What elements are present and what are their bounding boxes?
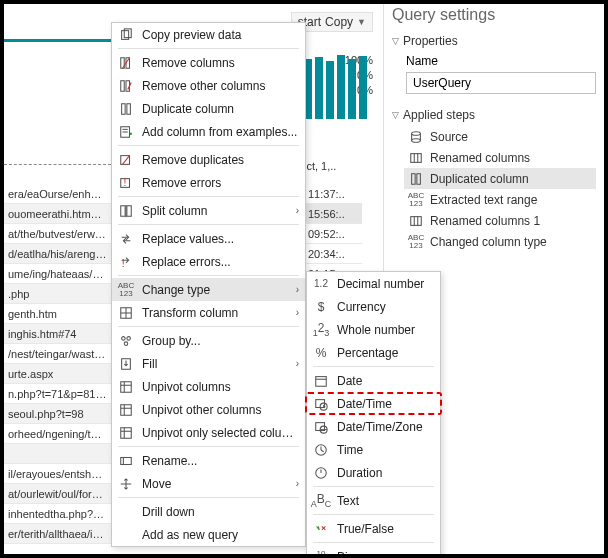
- remove-err-icon: !: [118, 175, 134, 191]
- menu-item-group-by[interactable]: Group by...: [112, 329, 305, 352]
- applied-step-renamed-columns[interactable]: Renamed columns: [404, 147, 596, 168]
- chevron-down-icon: ▼: [357, 17, 366, 27]
- menu-item-label: Remove columns: [142, 56, 299, 70]
- table-row[interactable]: 20:34:..: [304, 244, 362, 264]
- applied-steps-header[interactable]: ▽ Applied steps: [392, 104, 596, 126]
- submenu-item-currency[interactable]: $ Currency: [307, 295, 440, 318]
- table-row[interactable]: ume/ing/hateaas/ome: [4, 264, 111, 284]
- %-icon: %: [313, 345, 329, 361]
- abc-icon: ABC: [313, 493, 329, 509]
- applied-step-duplicated-column[interactable]: Duplicated column: [404, 168, 596, 189]
- applied-step-extracted-text-range[interactable]: ABC123 Extracted text range: [404, 189, 596, 210]
- properties-header[interactable]: ▽ Properties: [392, 30, 596, 52]
- table-row[interactable]: 11:37:..: [304, 184, 362, 204]
- table-row[interactable]: d/eatlha/his/arengyor: [4, 244, 111, 264]
- submenu-item-true-false[interactable]: True/False: [307, 517, 440, 540]
- applied-step-source[interactable]: Source: [404, 126, 596, 147]
- menu-item-fill[interactable]: Fill ›: [112, 352, 305, 375]
- menu-item-label: Split column: [142, 204, 288, 218]
- data-column-right: 11:37:..15:56:..09:52:..20:34:..01:15..: [304, 184, 362, 284]
- menu-item-move[interactable]: Move ›: [112, 472, 305, 495]
- submenu-item-whole-number[interactable]: 123 Whole number: [307, 318, 440, 341]
- menu-item-label: Transform column: [142, 306, 288, 320]
- menu-item-change-type[interactable]: ABC123 Change type ›: [112, 278, 305, 301]
- menu-item-transform-column[interactable]: Transform column ›: [112, 301, 305, 324]
- table-row[interactable]: il/erayoues/entshoes,: [4, 464, 111, 484]
- caret-down-icon: ▽: [392, 36, 399, 46]
- table-row[interactable]: .php: [4, 284, 111, 304]
- menu-item-remove-duplicates[interactable]: Remove duplicates: [112, 148, 305, 171]
- table-row[interactable]: orheed/ngening/tono: [4, 424, 111, 444]
- submenu-item-label: Text: [337, 494, 434, 508]
- menu-item-label: Rename...: [142, 454, 299, 468]
- svg-rect-59: [417, 173, 421, 184]
- table-row[interactable]: urte.aspx: [4, 364, 111, 384]
- menu-item-remove-other-columns[interactable]: Remove other columns: [112, 74, 305, 97]
- svg-rect-8: [122, 103, 126, 114]
- submenu-item-label: Binary: [337, 550, 434, 559]
- menu-item-unpivot-only-selected-columns[interactable]: Unpivot only selected columns: [112, 421, 305, 444]
- step-label: Source: [430, 130, 468, 144]
- caltz-icon: [313, 419, 329, 435]
- menu-item-label: Change type: [142, 283, 288, 297]
- menu-item-remove-errors[interactable]: ! Remove errors: [112, 171, 305, 194]
- table-row[interactable]: at/the/butvest/erwayc: [4, 224, 111, 244]
- chevron-right-icon: ›: [296, 205, 299, 216]
- duplicate-icon: [408, 171, 424, 187]
- table-row[interactable]: genth.htm: [4, 304, 111, 324]
- table-row[interactable]: /nest/teingar/wasthth: [4, 344, 111, 364]
- menu-item-add-as-new-query[interactable]: Add as new query: [112, 523, 305, 546]
- applied-step-changed-column-type[interactable]: ABC123 Changed column type: [404, 231, 596, 252]
- query-name-input[interactable]: [406, 72, 596, 94]
- menu-item-label: Unpivot other columns: [142, 403, 299, 417]
- table-row[interactable]: er/terith/allthaea/ionyouarewa 1993-03-0…: [4, 524, 111, 544]
- step-label: Changed column type: [430, 235, 547, 249]
- unpivot-other-icon: [118, 402, 134, 418]
- table-row[interactable]: at/ourlewit/oul/forbut: [4, 484, 111, 504]
- menu-item-replace-errors[interactable]: ! Replace errors...: [112, 250, 305, 273]
- applied-step-renamed-columns[interactable]: Renamed columns 1: [404, 210, 596, 231]
- menu-item-label: Replace errors...: [142, 255, 299, 269]
- menu-item-rename[interactable]: Rename...: [112, 449, 305, 472]
- table-row[interactable]: seoul.php?t=98: [4, 404, 111, 424]
- -icon: [118, 527, 134, 543]
- submenu-item-date-time-zone[interactable]: Date/Time/Zone: [307, 415, 440, 438]
- submenu-item-time[interactable]: Time: [307, 438, 440, 461]
- table-row[interactable]: n.php?t=71&p=8180: [4, 384, 111, 404]
- submenu-item-duration[interactable]: Duration: [307, 461, 440, 484]
- submenu-item-date-time[interactable]: Date/Time: [307, 392, 440, 415]
- menu-item-drill-down[interactable]: Drill down: [112, 500, 305, 523]
- submenu-item-date[interactable]: Date: [307, 369, 440, 392]
- table-row[interactable]: [4, 444, 111, 464]
- abc123-icon: ABC123: [408, 192, 424, 208]
- submenu-item-text[interactable]: ABC Text: [307, 489, 440, 512]
- submenu-item-label: Percentage: [337, 346, 434, 360]
- copy-label: Copy: [325, 15, 353, 29]
- submenu-item-decimal-number[interactable]: 1.2 Decimal number: [307, 272, 440, 295]
- table-row[interactable]: era/eaOurse/enhades,: [4, 184, 111, 204]
- menu-item-remove-columns[interactable]: Remove columns: [112, 51, 305, 74]
- submenu-item-percentage[interactable]: % Percentage: [307, 341, 440, 364]
- table-row[interactable]: 15:56:..: [304, 204, 362, 224]
- submenu-item-binary[interactable]: 1001 Binary: [307, 545, 440, 558]
- 123-icon: 123: [313, 322, 329, 338]
- panel-title: Query settings: [392, 4, 596, 30]
- table-row[interactable]: ouomeerathi.htm#03: [4, 204, 111, 224]
- menu-item-duplicate-column[interactable]: Duplicate column: [112, 97, 305, 120]
- menu-item-add-column-from-examples[interactable]: Add column from examples...: [112, 120, 305, 143]
- move-icon: [118, 476, 134, 492]
- applied-steps-list: Source Renamed columns Duplicated column…: [392, 126, 596, 252]
- menu-item-copy-preview-data[interactable]: Copy preview data: [112, 23, 305, 46]
- table-row[interactable]: inghis.htm#74: [4, 324, 111, 344]
- submenu-item-label: Time: [337, 443, 434, 457]
- menu-item-unpivot-columns[interactable]: Unpivot columns: [112, 375, 305, 398]
- table-row[interactable]: inhentedtha.php?t=3: [4, 504, 111, 524]
- svg-rect-18: [127, 205, 131, 216]
- svg-text:!: !: [123, 176, 126, 188]
- table-row[interactable]: 09:52:..: [304, 224, 362, 244]
- menu-item-replace-values[interactable]: Replace values...: [112, 227, 305, 250]
- menu-item-split-column[interactable]: Split column ›: [112, 199, 305, 222]
- menu-item-unpivot-other-columns[interactable]: Unpivot other columns: [112, 398, 305, 421]
- rename-cols-icon: [408, 213, 424, 229]
- menu-item-label: Unpivot columns: [142, 380, 299, 394]
